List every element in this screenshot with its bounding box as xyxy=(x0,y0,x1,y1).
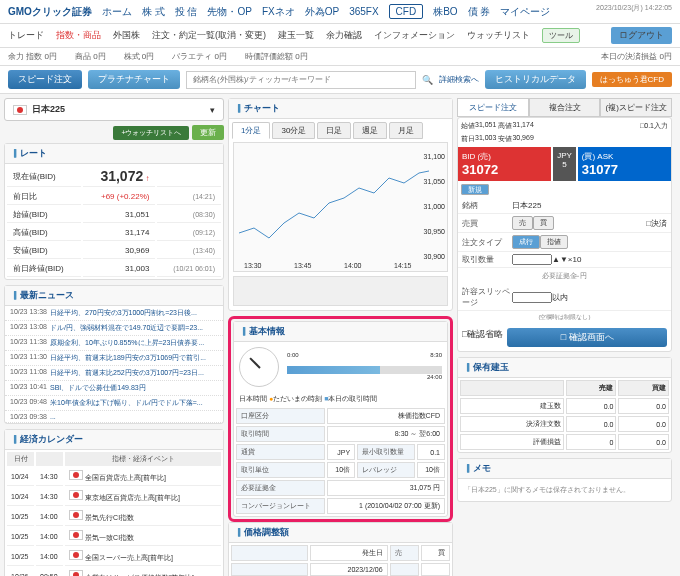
add-watchlist-button[interactable]: +ウォッチリストへ xyxy=(113,126,189,140)
confirm-button[interactable]: □ 確認画面へ xyxy=(507,328,667,347)
status-bar: 余力 指数 0円 商品 0円 株式 0円 バラエティ 0円 時価評価総額 0円 … xyxy=(0,48,680,66)
new-order-tab[interactable]: 新規 xyxy=(461,184,489,195)
japan-flag-icon xyxy=(13,105,27,115)
calendar-row[interactable]: 10/2514:00 景気先行CI指数 xyxy=(7,508,221,526)
nav-bo[interactable]: 株BO xyxy=(433,5,457,19)
calendar-row[interactable]: 10/2514:00 景気一致CI指数 xyxy=(7,528,221,546)
nav-fund[interactable]: 投 信 xyxy=(175,5,198,19)
update-button[interactable]: 更新 xyxy=(192,125,224,140)
zero-input-checkbox[interactable]: □0.1入力 xyxy=(640,121,668,131)
search-icon[interactable]: 🔍 xyxy=(422,75,433,85)
nav-futures[interactable]: 先物・OP xyxy=(207,5,251,19)
positions-title: 保有建玉 xyxy=(458,358,671,378)
detail-search-link[interactable]: 詳細検索へ xyxy=(439,74,479,85)
news-item[interactable]: 10/23 09:38... xyxy=(5,411,223,423)
news-item[interactable]: 10/23 13:38日経平均、270円安の3万1000円割れ=23日後... xyxy=(5,306,223,321)
news-item[interactable]: 10/23 10:41SBI、ドルで公募仕価149.83円 xyxy=(5,381,223,396)
calendar-panel: 経済カレンダー 日付指標・経済イベント 10/2414:30 全国百貨店売上高[… xyxy=(4,429,224,576)
rate-panel: レート 現在値(BID)31,072 ↑ 前日比+69 (+0.22%)(14:… xyxy=(4,143,224,280)
calendar-title: 経済カレンダー xyxy=(5,430,223,450)
chart-area[interactable]: 31,100 31,050 31,000 30,950 30,900 13:30… xyxy=(233,142,448,272)
buy-button[interactable]: 買 xyxy=(533,216,554,230)
symbol-name: 日本225 xyxy=(32,103,65,116)
nav-gaitame[interactable]: 外為OP xyxy=(305,5,339,19)
subnav-foreign[interactable]: 外国株 xyxy=(113,29,140,42)
spread: JPY 5 xyxy=(553,147,576,181)
hatchu-button[interactable]: はっちゅう君CFD xyxy=(592,72,672,87)
up-arrow-icon: ↑ xyxy=(145,174,149,183)
chart-mini[interactable] xyxy=(233,276,448,306)
rate-title: レート xyxy=(5,144,223,164)
news-item[interactable]: 10/23 11:38原期金利、10年ぶり0.855%に上昇=23日債券要... xyxy=(5,336,223,351)
chart-tab-1min[interactable]: 1分足 xyxy=(232,122,270,139)
status-item: バラエティ 0円 xyxy=(172,51,227,62)
nav-365fx[interactable]: 365FX xyxy=(349,6,378,17)
subnav-index[interactable]: 指数・商品 xyxy=(56,29,101,42)
nav-mypage[interactable]: マイページ xyxy=(500,5,550,19)
top-nav: GMOクリック証券 ホーム 株 式 投 信 先物・OP FXネオ 外為OP 36… xyxy=(0,0,680,24)
slippage-input[interactable] xyxy=(512,292,552,303)
sell-button[interactable]: 売 xyxy=(512,216,533,230)
search-input[interactable] xyxy=(186,71,416,89)
clock-icon xyxy=(239,347,279,387)
chart-title: チャート xyxy=(229,99,452,119)
nav-home[interactable]: ホーム xyxy=(102,5,132,19)
memo-panel: メモ 「日本225」に関するメモは保存されておりません。 xyxy=(457,458,672,502)
symbol-dropdown[interactable]: 日本225 ▾ xyxy=(4,98,224,121)
news-panel: 最新ニュース 10/23 13:38日経平均、270円安の3万1000円割れ=2… xyxy=(4,285,224,424)
calendar-row[interactable]: 10/2414:30 東京地区百貨店売上高[前年比] xyxy=(7,488,221,506)
subnav-positions[interactable]: 建玉一覧 xyxy=(278,29,314,42)
chart-tab-month[interactable]: 月足 xyxy=(389,122,423,139)
memo-title: メモ xyxy=(458,459,671,479)
calendar-row[interactable]: 10/2514:00 全国スーパー売上高[前年比] xyxy=(7,548,221,566)
nav-stock[interactable]: 株 式 xyxy=(142,5,165,19)
chart-tab-30min[interactable]: 30分足 xyxy=(272,122,315,139)
news-item[interactable]: 10/23 11:30日経平均、前週末比189円安の3万1069円で前引... xyxy=(5,351,223,366)
logout-button[interactable]: ログアウト xyxy=(611,27,672,44)
speed-order-button[interactable]: スピード注文 xyxy=(8,70,82,89)
settle-checkbox[interactable]: □決済 xyxy=(646,218,667,229)
status-item: 時価評価総額 0円 xyxy=(245,51,308,62)
limit-button[interactable]: 指値 xyxy=(540,235,568,249)
market-button[interactable]: 成行 xyxy=(512,235,540,249)
logo: GMOクリック証券 xyxy=(8,5,92,19)
news-item[interactable]: 10/23 09:48米10年債金利は下げ幅り、ドル/円でドル下落=... xyxy=(5,396,223,411)
calendar-row[interactable]: 10/2608:50 企業向けサービス価格指数[前年比] xyxy=(7,568,221,576)
subnav-info[interactable]: インフォメーション xyxy=(374,29,455,42)
status-item: 株式 0円 xyxy=(124,51,155,62)
chart-panel: チャート 1分足 30分足 日足 週足 月足 31,100 31,050 31,… xyxy=(228,98,453,311)
news-item[interactable]: 10/23 13:08ドル/円、強弱材料混在で149.70近辺で要調=23... xyxy=(5,321,223,336)
ask-button[interactable]: (買) ASK31077 xyxy=(578,147,671,181)
chart-tab-week[interactable]: 週足 xyxy=(353,122,387,139)
qty-stepper[interactable]: ▲▼ xyxy=(552,255,568,264)
price-adjust-title: 価格調整額 xyxy=(229,523,452,543)
subnav-trade[interactable]: トレード xyxy=(8,29,44,42)
calendar-row[interactable]: 10/2414:30 全国百貨店売上高[前年比] xyxy=(7,468,221,486)
status-item: 本日の決済損益 0円 xyxy=(601,51,672,62)
sub-nav: トレード 指数・商品 外国株 注文・約定一覧(取消・変更) 建玉一覧 余力確認 … xyxy=(0,24,680,48)
qty-input[interactable] xyxy=(512,254,552,265)
positions-panel: 保有建玉 売建買建 建玉数0.00.0 決済注文数0.00.0 評価損益00.0 xyxy=(457,357,672,453)
nav-fxneo[interactable]: FXネオ xyxy=(262,5,295,19)
chart-tab-day[interactable]: 日足 xyxy=(317,122,351,139)
memo-text: 「日本225」に関するメモは保存されておりません。 xyxy=(458,479,671,501)
news-item[interactable]: 10/23 11:08日経平均、前週末比252円安の3万1007円=23日... xyxy=(5,366,223,381)
skip-confirm-checkbox[interactable]: □確認省略 xyxy=(462,328,503,347)
price-adjust-panel: 価格調整額 発生日売買 2023/12/06 次回予定日MID xyxy=(228,522,453,576)
basic-info-title: 基本情報 xyxy=(234,322,447,342)
tool-button[interactable]: ツール xyxy=(542,28,580,43)
tab-complex[interactable]: 複合注文 xyxy=(529,98,601,117)
bid-button[interactable]: BID (売)31072 xyxy=(458,147,551,181)
historical-button[interactable]: ヒストリカルデータ xyxy=(485,70,586,89)
timestamp: 2023/10/23(月) 14:22:05 xyxy=(596,3,672,13)
subnav-margin[interactable]: 余力確認 xyxy=(326,29,362,42)
tab-speed2[interactable]: (複)スピード注文 xyxy=(600,98,672,117)
subnav-orders[interactable]: 注文・約定一覧(取消・変更) xyxy=(152,29,266,42)
nav-bond[interactable]: 債 券 xyxy=(468,5,491,19)
platinum-chart-button[interactable]: プラチナチャート xyxy=(88,70,180,89)
news-title: 最新ニュース xyxy=(5,286,223,306)
basic-info-highlight: 基本情報 0:008:30 24:00 日本時間 ●ただいまの時刻 ■本日の取引… xyxy=(228,316,453,522)
tab-speed[interactable]: スピード注文 xyxy=(457,98,529,117)
nav-cfd[interactable]: CFD xyxy=(389,4,424,19)
subnav-watch[interactable]: ウォッチリスト xyxy=(467,29,530,42)
